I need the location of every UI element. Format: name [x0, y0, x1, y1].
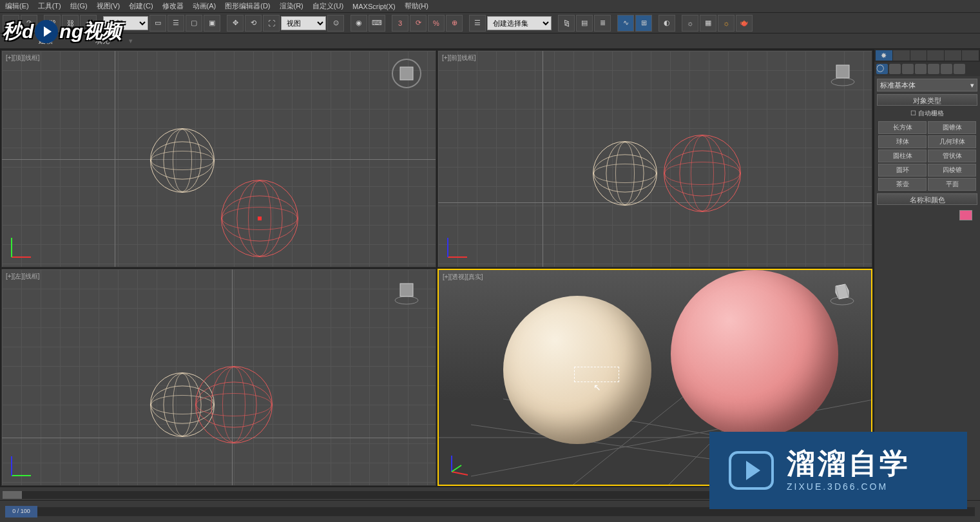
- menu-customize[interactable]: 自定义(U): [312, 1, 343, 11]
- object-color-swatch[interactable]: [959, 210, 972, 220]
- material-editor-button[interactable]: ◐: [658, 15, 675, 32]
- geosphere-button[interactable]: 几何球体: [928, 135, 976, 148]
- menu-edit[interactable]: 编辑(E): [5, 1, 29, 11]
- schematic-view-button[interactable]: ⊞: [635, 15, 652, 32]
- utilities-tab[interactable]: [962, 50, 979, 61]
- viewport-label-perspective[interactable]: [+][透视][真实]: [443, 273, 483, 282]
- viewcube-icon[interactable]: [390, 276, 423, 308]
- modify-tab[interactable]: [893, 50, 910, 61]
- viewcube-icon[interactable]: [827, 57, 859, 90]
- select-button[interactable]: ▭: [149, 15, 166, 32]
- viewport-label-top[interactable]: [+][顶][线框]: [6, 53, 40, 63]
- lights-icon[interactable]: [902, 64, 914, 74]
- brand-watermark: 溜溜自学 ZIXUE.3D66.COM: [709, 432, 967, 509]
- primitive-category-dropdown[interactable]: 标准基本体▾: [877, 79, 977, 92]
- menu-modifiers[interactable]: 修改器: [162, 1, 184, 11]
- snap-toggle-button[interactable]: 3: [392, 15, 408, 32]
- brand-url: ZIXUE.3D66.COM: [787, 481, 910, 492]
- named-selection[interactable]: 创建选择集: [487, 16, 552, 30]
- torus-button[interactable]: 圆环: [878, 164, 927, 177]
- render-setup-button[interactable]: ☼: [682, 15, 698, 32]
- cone-button[interactable]: 圆锥体: [928, 121, 976, 134]
- ref-coord-select[interactable]: 视图: [281, 16, 326, 30]
- command-panel: ✸ ◯ 标准基本体▾ 对象类型 ☐ 自动栅格 长方体 圆锥体 球体 几何球体 圆…: [874, 49, 980, 487]
- cameras-icon[interactable]: [915, 64, 927, 74]
- box-button[interactable]: 长方体: [878, 121, 927, 134]
- manipulate-button[interactable]: ◉: [351, 15, 367, 32]
- angle-snap-button[interactable]: ⟳: [410, 15, 427, 32]
- brand-name: 溜溜自学: [787, 449, 910, 478]
- display-tab[interactable]: [945, 50, 961, 61]
- edit-selection-set-button[interactable]: ☰: [469, 15, 486, 32]
- menu-tools[interactable]: 工具(T): [38, 1, 61, 11]
- svg-point-4: [831, 78, 854, 86]
- layers-button[interactable]: ≣: [594, 15, 611, 32]
- hierarchy-tab[interactable]: [910, 50, 927, 61]
- pivot-button[interactable]: ⊙: [327, 15, 344, 32]
- auto-grid-checkbox[interactable]: ☐ 自动栅格: [874, 107, 980, 120]
- ribbon-bar: 建模 ▾ 填充 ▾: [0, 34, 980, 49]
- viewport-label-left[interactable]: [+][左][线框]: [6, 272, 40, 281]
- motion-tab[interactable]: [927, 50, 944, 61]
- move-button[interactable]: ✥: [227, 15, 244, 32]
- object-type-rollout[interactable]: 对象类型: [877, 94, 977, 106]
- create-tab[interactable]: ✸: [876, 50, 892, 61]
- viewport-left[interactable]: [+][左][线框]: [1, 269, 436, 486]
- svg-rect-5: [836, 65, 849, 78]
- name-color-rollout[interactable]: 名称和颜色: [877, 193, 977, 205]
- keyboard-button[interactable]: ⌨: [369, 15, 385, 32]
- teapot-button[interactable]: 茶壶: [878, 178, 927, 191]
- menu-views[interactable]: 视图(V): [97, 1, 120, 11]
- viewcube-icon[interactable]: [826, 276, 858, 309]
- axis-gizmo-icon: [8, 235, 34, 260]
- viewport-label-front[interactable]: [+][前][线框]: [442, 53, 476, 63]
- menubar: 编辑(E) 工具(T) 组(G) 视图(V) 创建(C) 修改器 动画(A) 图…: [0, 0, 980, 13]
- main-toolbar: ↶ ↷ ⛓ ⛓ ◈ 全部 ▭ ☰ ▢ ▣ ✥ ⟲ ⛶ 视图 ⊙ ◉ ⌨ 3 ⟳ …: [0, 13, 980, 34]
- rotate-button[interactable]: ⟲: [245, 15, 262, 32]
- tube-button[interactable]: 管状体: [928, 150, 976, 162]
- helpers-icon[interactable]: [928, 64, 939, 74]
- menu-create[interactable]: 创建(C): [129, 1, 153, 11]
- axis-gizmo-icon: [445, 452, 471, 478]
- sphere-button[interactable]: 球体: [878, 135, 927, 148]
- spacewarps-icon[interactable]: [941, 64, 952, 74]
- render-button[interactable]: ☼: [718, 15, 735, 32]
- curve-editor-button[interactable]: ∿: [617, 15, 634, 32]
- menu-group[interactable]: 组(G): [70, 1, 88, 11]
- systems-icon[interactable]: [954, 64, 965, 74]
- viewport-front[interactable]: [+][前][线框]: [437, 50, 872, 267]
- svg-rect-1: [400, 67, 413, 80]
- viewcube-icon[interactable]: [390, 57, 423, 90]
- command-panel-tabs: ✸: [874, 49, 980, 62]
- percent-snap-button[interactable]: %: [428, 15, 445, 32]
- cylinder-button[interactable]: 圆柱体: [878, 150, 927, 162]
- menu-render[interactable]: 渲染(R): [280, 1, 303, 11]
- select-name-button[interactable]: ☰: [168, 15, 184, 32]
- scale-button[interactable]: ⛶: [263, 15, 280, 32]
- menu-graph[interactable]: 图形编辑器(D): [225, 1, 270, 11]
- svg-line-23: [452, 465, 461, 472]
- menu-maxscript[interactable]: MAXScript(X): [352, 3, 396, 10]
- teapot-icon[interactable]: 🫖: [736, 15, 753, 32]
- spinner-snap-button[interactable]: ⊕: [446, 15, 463, 32]
- timeline-frame-marker[interactable]: 0 / 100: [5, 506, 37, 517]
- menu-help[interactable]: 帮助(H): [405, 1, 428, 11]
- scrollbar-thumb[interactable]: [3, 491, 22, 499]
- render-frame-button[interactable]: ▦: [700, 15, 716, 32]
- axis-gizmo-icon: [445, 235, 470, 260]
- mirror-button[interactable]: ⧎: [558, 15, 575, 32]
- chevron-down-icon: ▾: [970, 81, 974, 90]
- viewport-grid: [+][顶][线框] [+][前][线框]: [0, 49, 874, 487]
- pyramid-button[interactable]: 四棱锥: [928, 164, 976, 177]
- brand-play-icon: [729, 451, 774, 490]
- align-button[interactable]: ▤: [576, 15, 593, 32]
- plane-button[interactable]: 平面: [928, 178, 976, 191]
- menu-animation[interactable]: 动画(A): [193, 1, 216, 11]
- viewport-top[interactable]: [+][顶][线框]: [1, 50, 436, 267]
- window-crossing-button[interactable]: ▣: [204, 15, 220, 32]
- geometry-icon[interactable]: ◯: [876, 64, 888, 74]
- svg-line-21: [452, 472, 468, 475]
- select-region-button[interactable]: ▢: [186, 15, 202, 32]
- play-icon: [44, 26, 52, 37]
- shapes-icon[interactable]: [889, 64, 901, 74]
